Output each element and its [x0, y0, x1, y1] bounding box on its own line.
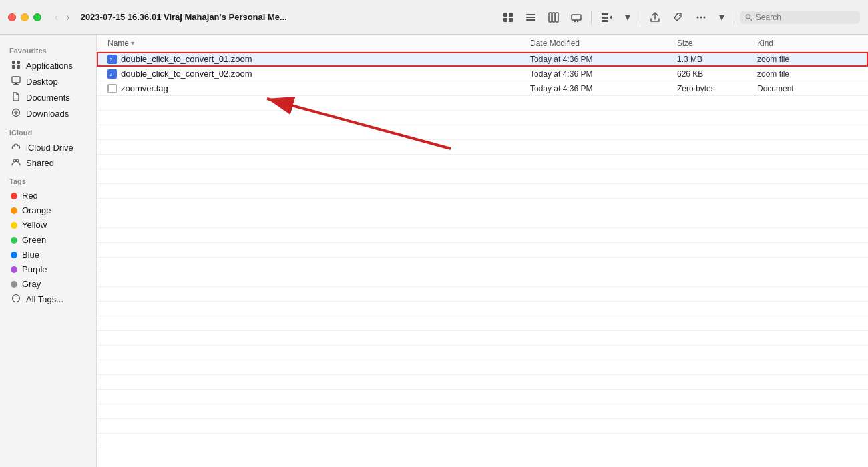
file-name-cell: Z double_click_to_convert_01.zoom [107, 54, 530, 64]
svg-rect-23 [17, 61, 20, 64]
zoom-file-icon: Z [107, 69, 117, 79]
sidebar-item-purple[interactable]: Purple [3, 262, 93, 276]
sidebar-item-yellow[interactable]: Yellow [3, 218, 93, 232]
sidebar-item-downloads[interactable]: Downloads [3, 106, 93, 121]
svg-rect-13 [602, 13, 608, 15]
tag-icon [672, 12, 683, 23]
layout: Favourites Applications Desktop Document… [0, 35, 868, 467]
empty-row [97, 419, 868, 434]
sidebar-item-documents[interactable]: Documents [3, 90, 93, 105]
close-button[interactable] [8, 13, 16, 21]
search-icon [745, 13, 752, 21]
sidebar-item-shared[interactable]: Shared [3, 155, 93, 170]
sidebar-item-icloud-drive[interactable]: iCloud Drive [3, 140, 93, 155]
svg-rect-37 [109, 85, 116, 92]
green-tag-dot [11, 237, 17, 244]
purple-tag-dot [11, 266, 17, 273]
maximize-button[interactable] [33, 13, 41, 21]
applications-icon [11, 60, 21, 71]
svg-rect-4 [526, 14, 535, 15]
minimize-button[interactable] [21, 13, 29, 21]
empty-row [97, 96, 868, 111]
sidebar-item-all-tags[interactable]: All Tags... [3, 292, 93, 307]
file-size: 626 KB [677, 69, 757, 79]
toolbar-icons: ▾ ▾ [499, 8, 860, 26]
share-icon [650, 12, 660, 23]
red-tag-dot [11, 193, 17, 199]
gray-tag-dot [11, 281, 17, 288]
empty-row [97, 434, 868, 448]
more-options-button[interactable]: ▾ [621, 8, 634, 26]
action-button[interactable] [691, 9, 711, 25]
sidebar-item-downloads-label: Downloads [26, 109, 69, 119]
sidebar-item-applications[interactable]: Applications [3, 58, 93, 73]
file-date-modified: Today at 4:36 PM [530, 69, 677, 79]
blue-tag-dot [11, 252, 17, 258]
share-button[interactable] [646, 9, 664, 25]
table-row[interactable]: zoomver.tag Today at 4:36 PM Zero bytes … [97, 81, 868, 96]
sidebar-item-orange[interactable]: Orange [3, 203, 93, 217]
toolbar-divider-2 [640, 11, 640, 24]
svg-point-17 [697, 16, 699, 18]
file-name: double_click_to_convert_01.zoom [121, 54, 252, 64]
sidebar-item-desktop[interactable]: Desktop [3, 74, 93, 89]
favourites-label: Favourites [0, 40, 96, 57]
empty-row [97, 258, 868, 272]
svg-text:Z: Z [110, 72, 113, 77]
sidebar-item-applications-label: Applications [26, 61, 73, 71]
file-size: 1.3 MB [677, 55, 757, 64]
empty-row [97, 404, 868, 419]
list-view-button[interactable] [521, 9, 540, 25]
file-name-cell: zoomver.tag [107, 83, 530, 93]
downloads-icon [11, 108, 21, 119]
file-list-header: Name ▾ Date Modified Size Kind [97, 35, 868, 52]
sidebar-item-purple-label: Purple [22, 264, 47, 274]
sidebar-item-gray[interactable]: Gray [3, 277, 93, 291]
search-input[interactable] [756, 13, 855, 22]
group-button[interactable] [597, 9, 617, 25]
svg-rect-15 [602, 20, 608, 22]
forward-button[interactable]: › [63, 10, 72, 25]
empty-row [97, 213, 868, 228]
empty-row [97, 390, 868, 404]
icloud-label: iCloud [0, 122, 96, 139]
empty-row [97, 125, 868, 140]
sidebar-item-red[interactable]: Red [3, 189, 93, 203]
sidebar-item-yellow-label: Yellow [22, 220, 47, 230]
table-row[interactable]: Z double_click_to_convert_02.zoom Today … [97, 67, 868, 81]
col-header-date[interactable]: Date Modified [530, 39, 677, 48]
svg-rect-12 [577, 20, 578, 22]
svg-rect-0 [503, 13, 507, 17]
desktop-icon [11, 76, 21, 87]
col-header-name[interactable]: Name ▾ [107, 39, 530, 48]
file-size: Zero bytes [677, 84, 757, 93]
svg-point-32 [13, 295, 20, 302]
sidebar-item-desktop-label: Desktop [26, 77, 58, 87]
sidebar-item-green-label: Green [22, 235, 46, 245]
columns-view-button[interactable] [544, 9, 563, 25]
grid-view-button[interactable] [499, 9, 517, 25]
traffic-lights [8, 13, 41, 21]
empty-row [97, 169, 868, 184]
col-header-size[interactable]: Size [677, 39, 757, 48]
svg-text:Z: Z [110, 57, 113, 62]
back-button[interactable]: ‹ [52, 10, 61, 25]
empty-row [97, 287, 868, 302]
svg-rect-5 [526, 17, 535, 18]
grid-icon [503, 12, 513, 23]
svg-rect-11 [574, 20, 576, 22]
table-row[interactable]: Z double_click_to_convert_01.zoom Today … [97, 52, 868, 67]
col-header-kind[interactable]: Kind [757, 39, 857, 48]
more-arrow-button[interactable]: ▾ [715, 8, 728, 26]
empty-row [97, 199, 868, 213]
tag-button[interactable] [668, 9, 687, 25]
gallery-icon [571, 12, 582, 23]
window-title: 2023-07-15 16.36.01 Viraj Mahajan's Pers… [81, 12, 493, 22]
search-bar[interactable] [740, 11, 860, 24]
sidebar-item-green[interactable]: Green [3, 233, 93, 247]
sidebar-item-blue[interactable]: Blue [3, 248, 93, 262]
file-name-cell: Z double_click_to_convert_02.zoom [107, 69, 530, 79]
gallery-view-button[interactable] [567, 9, 586, 25]
empty-row [97, 360, 868, 375]
file-name: double_click_to_convert_02.zoom [121, 69, 252, 79]
